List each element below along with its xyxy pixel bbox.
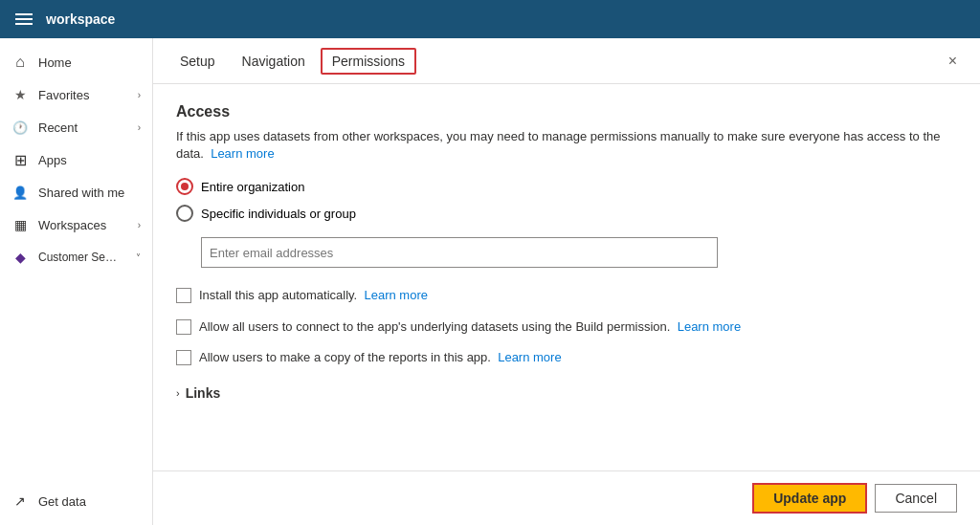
update-app-button[interactable]: Update app: [752, 483, 867, 514]
tab-navigation[interactable]: Navigation: [231, 42, 317, 80]
sidebar-item-customer[interactable]: Customer Service A... ˅: [0, 241, 152, 273]
shared-icon: [11, 184, 29, 201]
checkbox-allow-build-box[interactable]: [176, 319, 191, 335]
customer-icon: [11, 249, 29, 266]
home-icon: [11, 54, 29, 71]
dialog-footer: Update app Cancel: [153, 470, 980, 525]
checkbox-install-auto-box[interactable]: [176, 288, 191, 303]
checkbox-allow-copy[interactable]: Allow users to make a copy of the report…: [176, 349, 957, 366]
hamburger-menu-icon[interactable]: [15, 10, 34, 29]
checkbox-allow-build[interactable]: Allow all users to connect to the app's …: [176, 318, 957, 336]
email-input-wrapper: [201, 237, 957, 268]
main-content: Setup Navigation Permissions × Access If…: [153, 38, 980, 525]
dialog: Setup Navigation Permissions × Access If…: [153, 38, 980, 525]
workspaces-icon: [11, 216, 29, 233]
radio-entire-org-label: Entire organization: [201, 180, 304, 194]
checkbox-group: Install this app automatically. Learn mo…: [176, 287, 957, 366]
radio-entire-org-inner: [181, 183, 189, 190]
favorites-icon: [11, 86, 29, 103]
apps-icon: [11, 151, 29, 168]
topbar: workspace: [0, 0, 980, 38]
sidebar-item-customer-label: Customer Service A...: [38, 251, 120, 264]
radio-entire-org-button[interactable]: [176, 178, 193, 195]
sidebar-item-apps-label: Apps: [38, 153, 67, 167]
chevron-down-icon: ˅: [136, 252, 141, 263]
chevron-right-icon: ›: [138, 90, 141, 100]
tabs-bar: Setup Navigation Permissions ×: [153, 38, 980, 84]
sidebar-item-workspaces-label: Workspaces: [38, 218, 106, 232]
sidebar-item-shared[interactable]: Shared with me: [0, 176, 152, 208]
close-button[interactable]: ×: [941, 49, 965, 74]
email-input[interactable]: [201, 237, 718, 268]
sidebar-item-home[interactable]: Home: [0, 46, 152, 78]
links-label: Links: [186, 385, 221, 401]
learn-more-copy-link[interactable]: Learn more: [498, 350, 561, 364]
checkbox-allow-copy-label: Allow users to make a copy of the report…: [199, 349, 562, 366]
recent-icon: [11, 119, 29, 136]
chevron-right-icon: ›: [138, 122, 141, 133]
sidebar-bottom: Get data: [0, 485, 152, 525]
sidebar-item-favorites-label: Favorites: [38, 88, 89, 102]
radio-specific-label: Specific individuals or group: [201, 207, 356, 221]
sidebar-item-shared-label: Shared with me: [38, 186, 124, 200]
topbar-title: workspace: [46, 11, 115, 27]
sidebar-item-recent[interactable]: Recent ›: [0, 111, 152, 143]
checkbox-install-auto-label: Install this app automatically. Learn mo…: [199, 287, 428, 304]
learn-more-link-1[interactable]: Learn more: [211, 146, 274, 161]
radio-specific[interactable]: Specific individuals or group: [176, 205, 957, 222]
access-title: Access: [176, 103, 957, 120]
main-layout: Home Favorites › Recent › Apps Shared wi…: [0, 38, 980, 525]
learn-more-install-link[interactable]: Learn more: [364, 288, 427, 302]
checkbox-install-auto[interactable]: Install this app automatically. Learn mo…: [176, 287, 957, 304]
sidebar-item-getdata-label: Get data: [38, 494, 86, 509]
learn-more-build-link[interactable]: Learn more: [678, 319, 741, 334]
content-area: Access If this app uses datasets from ot…: [153, 84, 980, 470]
tab-permissions[interactable]: Permissions: [321, 48, 416, 75]
sidebar: Home Favorites › Recent › Apps Shared wi…: [0, 38, 153, 525]
radio-entire-org[interactable]: Entire organization: [176, 178, 957, 195]
chevron-right-icon: ›: [138, 220, 141, 230]
sidebar-item-apps[interactable]: Apps: [0, 143, 152, 176]
tab-setup[interactable]: Setup: [168, 42, 227, 80]
sidebar-item-getdata[interactable]: Get data: [0, 485, 152, 517]
access-description: If this app uses datasets from other wor…: [176, 128, 957, 163]
checkbox-allow-copy-box[interactable]: [176, 350, 191, 365]
chevron-right-icon: ›: [176, 387, 180, 399]
cancel-button[interactable]: Cancel: [875, 484, 957, 513]
getdata-icon: [11, 492, 29, 510]
radio-specific-button[interactable]: [176, 205, 193, 222]
sidebar-item-workspaces[interactable]: Workspaces ›: [0, 208, 152, 241]
sidebar-item-favorites[interactable]: Favorites ›: [0, 78, 152, 111]
links-section[interactable]: › Links: [176, 385, 957, 401]
access-radio-group: Entire organization Specific individuals…: [176, 178, 957, 222]
sidebar-item-home-label: Home: [38, 55, 72, 70]
sidebar-item-recent-label: Recent: [38, 120, 78, 135]
checkbox-allow-build-label: Allow all users to connect to the app's …: [199, 318, 741, 336]
